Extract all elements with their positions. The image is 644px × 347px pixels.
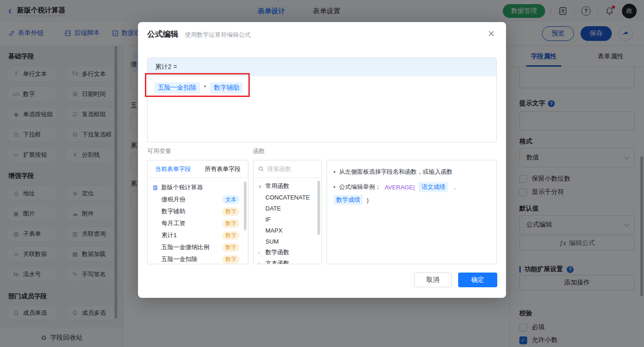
formula-target: 累计2 = — [148, 58, 496, 76]
variable-row[interactable]: 每月工资 数字 — [152, 217, 248, 229]
form-doc-icon — [152, 185, 158, 191]
caret-right-icon: › — [258, 261, 263, 264]
example-field-token: 语文成绩 — [419, 182, 448, 192]
functions-label: 函数 — [253, 147, 265, 155]
caret-right-icon: › — [258, 250, 263, 255]
modal-title: 公式编辑 — [147, 29, 178, 40]
function-group-common[interactable]: ∨ 常用函数 — [258, 181, 322, 192]
variable-row[interactable]: 缴税月份 文本 — [152, 193, 248, 205]
function-group-text[interactable]: › 文本函数 — [258, 258, 322, 264]
form-designer-app: ‹ 新版个税计算器 表单设计 表单设置 数据管理 ? — [0, 0, 644, 347]
variable-row[interactable]: 五险一金扣除 数字 — [152, 253, 248, 264]
modal-subtitle: 使用数学运算符编辑公式 — [185, 31, 251, 39]
formula-edit-modal: 公式编辑 使用数学运算符编辑公式 ✕ 累计2 = 五险一金扣除 * 数字辅助 可… — [138, 22, 506, 298]
tree-root-form[interactable]: 新版个税计算器 — [152, 182, 248, 193]
modal-header: 公式编辑 使用数学运算符编辑公式 — [147, 29, 251, 40]
confirm-button[interactable]: 确定 — [458, 273, 497, 287]
formula-token-field[interactable]: 五险一金扣除 — [154, 82, 200, 93]
example-field-token: 数学成绩 — [334, 195, 363, 205]
variables-label: 可用变量 — [147, 147, 171, 155]
function-item[interactable]: SUM — [258, 236, 322, 247]
tab-all-form-fields[interactable]: 所有表单字段 — [205, 165, 241, 173]
function-group-math[interactable]: › 数学函数 — [258, 247, 322, 258]
function-item[interactable]: CONCATENATE — [258, 192, 322, 203]
help-line-1: 从左侧面板选择字段名和函数，或输入函数 — [334, 168, 490, 176]
function-item[interactable]: IF — [258, 214, 322, 225]
search-icon — [258, 166, 264, 172]
type-badge: 数字 — [222, 219, 240, 228]
functions-tree: ∨ 常用函数 CONCATENATE DATE IF MAPX SUM › 数学… — [253, 178, 322, 264]
close-icon[interactable]: ✕ — [488, 29, 495, 38]
type-badge: 数字 — [222, 255, 240, 264]
variable-row[interactable]: 五险一金缴纳比例 数字 — [152, 241, 248, 253]
tab-current-form-fields[interactable]: 当前表单字段 — [155, 165, 191, 173]
type-badge: 数字 — [222, 243, 240, 252]
functions-panel: ∨ 常用函数 CONCATENATE DATE IF MAPX SUM › 数学… — [253, 160, 322, 264]
variables-tree: 新版个税计算器 缴税月份 文本 数字辅助 数字 每月工资 数字 累计1 数字 — [148, 178, 248, 264]
variables-panel: 当前表单字段 所有表单字段 新版个税计算器 缴税月份 文本 数字辅助 数字 — [147, 160, 248, 264]
function-item[interactable]: MAPX — [258, 225, 322, 236]
function-search-input[interactable] — [267, 165, 313, 172]
caret-down-icon: ∨ — [258, 183, 263, 189]
type-badge: 文本 — [222, 195, 240, 204]
formula-box: 累计2 = 五险一金扣除 * 数字辅助 — [147, 57, 497, 142]
example-function-name: AVERAGE( — [385, 184, 415, 191]
cancel-button[interactable]: 取消 — [414, 273, 452, 287]
variable-row[interactable]: 累计1 数字 — [152, 229, 248, 241]
formula-help-panel: 从左侧面板选择字段名和函数，或输入函数 公式编辑举例： AVERAGE( 语文成… — [327, 160, 497, 264]
function-search — [253, 160, 322, 178]
function-item[interactable]: DATE — [258, 203, 322, 214]
type-badge: 数字 — [222, 231, 240, 240]
formula-editor[interactable]: 五险一金扣除 * 数字辅助 — [148, 76, 496, 142]
variables-tabs: 当前表单字段 所有表单字段 — [148, 160, 248, 178]
formula-token-field[interactable]: 数字辅助 — [210, 82, 243, 93]
variable-row[interactable]: 数字辅助 数字 — [152, 205, 248, 217]
functions-scrollbar[interactable] — [317, 181, 320, 235]
type-badge: 数字 — [222, 207, 240, 216]
modal-footer: 取消 确定 — [414, 273, 497, 287]
formula-operator: * — [204, 82, 206, 91]
help-line-2: 公式编辑举例： AVERAGE( 语文成绩 ， 数学成绩 ) — [334, 182, 490, 205]
variables-scrollbar[interactable] — [244, 182, 247, 230]
